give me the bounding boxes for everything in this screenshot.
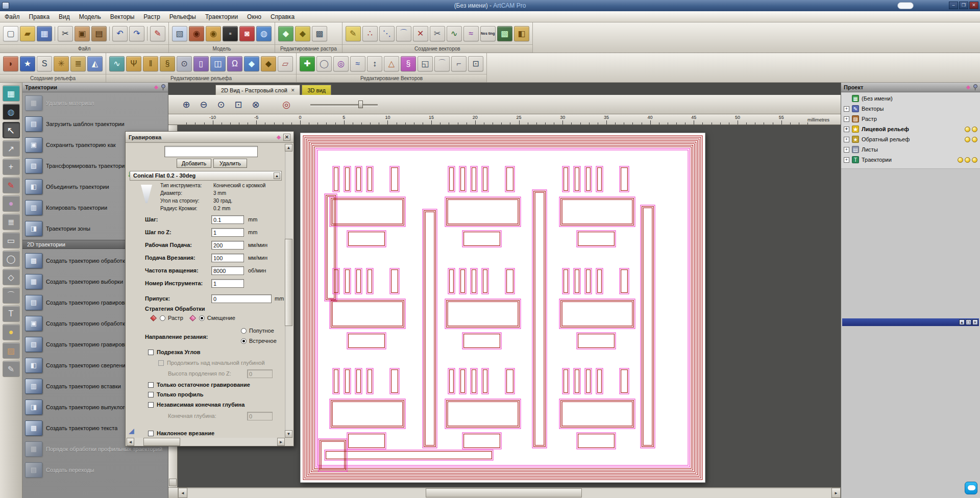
trim-tool-icon[interactable]: ⌐	[451, 56, 467, 71]
collapsed-panel-bar[interactable]: ▲ ❐ ✕	[842, 318, 979, 326]
shaded-preview-icon[interactable]: ▪	[223, 26, 238, 41]
texture-relief-icon[interactable]: ★	[20, 56, 35, 71]
stacked-relief-icon[interactable]: ≣	[70, 56, 86, 71]
offset-vector-icon[interactable]: ◎	[333, 56, 349, 71]
checkbox[interactable]	[148, 431, 154, 436]
zoom-in-icon[interactable]: ⊕	[179, 97, 194, 112]
tree-node-0[interactable]: +▦(Без имени)	[841, 93, 980, 104]
menu-toolpaths[interactable]: Траектории	[201, 12, 242, 22]
node-cursor-icon[interactable]: ↗	[3, 140, 20, 157]
pin-icon[interactable]	[972, 84, 977, 90]
lock-relief-icon[interactable]: ⊙	[177, 56, 192, 71]
checkbox[interactable]	[148, 382, 154, 388]
extrude-icon[interactable]: ◭	[87, 56, 103, 71]
scrollbar-thumb[interactable]	[285, 239, 292, 326]
strategy-radio-2[interactable]	[199, 315, 205, 321]
twist-icon[interactable]: Ω	[227, 56, 242, 71]
measure-pen-icon[interactable]: ✎	[3, 177, 20, 193]
zoom-box-icon[interactable]: ⊡	[231, 97, 246, 112]
canvas-horizontal-scrollbar[interactable]: ◄ ►	[168, 487, 841, 498]
scrollbar-thumb[interactable]	[426, 488, 582, 497]
visibility-bulb-icon[interactable]	[972, 137, 977, 142]
checkbox[interactable]	[148, 350, 154, 355]
gem-icon[interactable]: ◆	[244, 56, 259, 71]
knife-icon[interactable]: ✂	[430, 26, 445, 41]
layers-icon[interactable]: ≣	[3, 214, 20, 230]
spiral-vector-icon[interactable]: §	[401, 56, 416, 71]
param-input[interactable]	[211, 279, 244, 288]
relief-gold-icon[interactable]: ◉	[206, 26, 221, 41]
menu-file[interactable]: Файл	[0, 12, 24, 22]
arc-fit-icon[interactable]: ⌒	[434, 56, 450, 71]
world-icon[interactable]: ◍	[3, 104, 20, 120]
add-tool-button[interactable]: Добавить	[177, 159, 211, 168]
scroll-right-arrow-icon[interactable]: ►	[277, 438, 285, 446]
model-chip-icon[interactable]: ▦	[3, 85, 20, 102]
strategy-radio-1[interactable]	[160, 315, 165, 321]
tree-expander-icon[interactable]: +	[844, 116, 849, 122]
eraser-icon[interactable]: ▱	[278, 56, 293, 71]
param-input[interactable]	[211, 266, 244, 275]
scroll-down-arrow-icon[interactable]: ▼	[285, 430, 292, 438]
dialog-titlebar[interactable]: Гравировка ◆ ✕	[126, 132, 293, 143]
visibility-bulb-icon[interactable]	[965, 127, 970, 132]
open-model-icon[interactable]: ▰	[20, 26, 35, 41]
measure-z-icon[interactable]: ↕	[367, 56, 382, 71]
zoom-out-icon[interactable]: ⊖	[196, 97, 211, 112]
scroll-left-arrow-icon[interactable]: ◄	[127, 438, 134, 446]
slider-thumb[interactable]	[358, 101, 363, 108]
tree-node-2[interactable]: +▨Растр	[841, 114, 980, 124]
view-tab-2d[interactable]: 2D Вид - Растровый слой✕	[215, 85, 300, 95]
menu-edit[interactable]: Правка	[24, 12, 55, 22]
tree-expander-icon[interactable]: +	[844, 137, 849, 142]
panel-options-icon[interactable]: ◆	[154, 85, 158, 90]
menu-view[interactable]: Вид	[54, 12, 75, 22]
sculpt-tool-icon[interactable]: Ψ	[126, 56, 141, 71]
node-editing-icon[interactable]: ⋱	[379, 26, 395, 41]
dialog-vertical-scrollbar[interactable]: ▲ ▼	[285, 144, 293, 438]
fit-curves-icon[interactable]: ≈	[463, 26, 479, 41]
sculpting-icon[interactable]: S	[37, 56, 52, 71]
visibility-bulb-icon[interactable]	[965, 137, 970, 142]
carve-knife-icon[interactable]: ✎	[3, 361, 20, 377]
polygon-tool-icon[interactable]: ◇	[3, 269, 20, 285]
rectangle-tool-icon[interactable]: ▭	[3, 232, 20, 248]
snapshot-icon[interactable]: ◎	[279, 97, 294, 112]
zoom-slider[interactable]	[310, 100, 378, 109]
texture-sphere-icon[interactable]: ◍	[256, 26, 272, 41]
text-tool-icon[interactable]: T	[3, 306, 20, 322]
trim-vector-icon[interactable]: ✕	[413, 26, 428, 41]
ellipse-tool-icon[interactable]: ◯	[3, 251, 20, 267]
new-model-icon[interactable]: ▢	[3, 26, 18, 41]
checkbox[interactable]	[148, 402, 154, 408]
allowance-input[interactable]	[211, 294, 272, 303]
param-input[interactable]	[211, 215, 244, 224]
pin-icon[interactable]	[160, 84, 165, 90]
undo-icon[interactable]: ↶	[112, 26, 128, 41]
transform-icon[interactable]: +	[3, 159, 20, 175]
pillow-icon[interactable]: ◫	[210, 56, 226, 71]
arc-tool-icon[interactable]: ⌒	[3, 287, 20, 304]
relief-columns-icon[interactable]: ‖	[143, 56, 158, 71]
tree-expander-icon[interactable]: +	[844, 147, 849, 153]
edit-raster-icon[interactable]: ◆	[278, 26, 293, 41]
menu-help[interactable]: Справка	[266, 12, 299, 22]
checkbox[interactable]	[148, 392, 154, 397]
nesting-icon[interactable]: Nes ting	[480, 26, 496, 41]
weave-wizard-icon[interactable]: ✳	[54, 56, 69, 71]
tool-listbox[interactable]	[164, 146, 258, 157]
boolean-icon[interactable]: ◱	[418, 56, 433, 71]
panel-bar-close-icon[interactable]: ✕	[972, 319, 978, 325]
menu-model[interactable]: Модель	[75, 12, 106, 22]
tree-node-6[interactable]: +ТТраектории	[841, 155, 980, 165]
create-arc-icon[interactable]: ⌒	[396, 26, 411, 41]
tool-header[interactable]: Conical Flat 0.2 - 30deg ▲	[130, 171, 282, 181]
visibility-bulb-icon[interactable]	[965, 157, 970, 163]
create-points-icon[interactable]: ∴	[362, 26, 378, 41]
minimize-button[interactable]: –	[949, 2, 958, 9]
tree-expander-icon[interactable]: +	[844, 106, 849, 112]
scroll-right-arrow-icon[interactable]: ►	[831, 488, 841, 498]
tree-node-4[interactable]: +★Обратный рельеф	[841, 134, 980, 144]
dialog-options-icon[interactable]: ◆	[277, 135, 281, 140]
join-vectors-icon[interactable]: ∿	[447, 26, 462, 41]
